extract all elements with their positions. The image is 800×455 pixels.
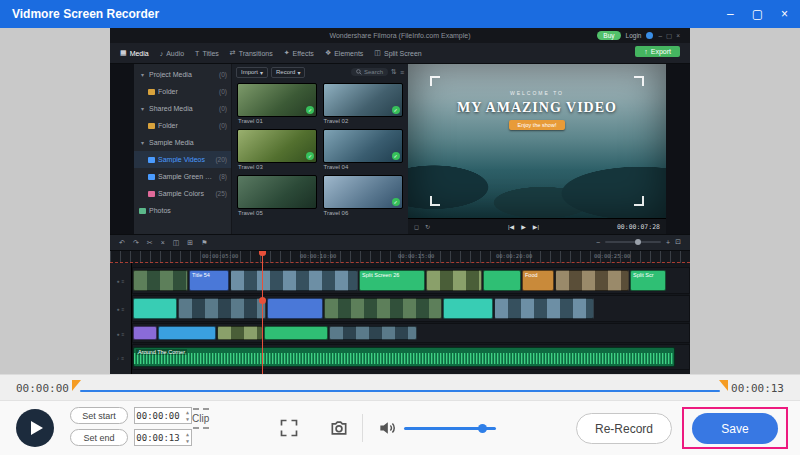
redo-icon: ↷ (133, 239, 139, 247)
filmora-sidebar-item: Sample Colors (25) (134, 185, 231, 202)
filmora-titlebar: Wondershare Filmora (FileInfo.com Exampl… (110, 28, 690, 43)
check-icon: ✓ (392, 106, 400, 114)
timeline-clip (158, 326, 216, 340)
rerecord-button[interactable]: Re-Record (576, 413, 672, 444)
effects-icon: ✦ (284, 49, 290, 57)
scissors-icon: ✂ (147, 239, 153, 247)
timeline-clip (324, 298, 442, 319)
previous-frame-icon: |◀ (508, 223, 514, 230)
timeline-clip (494, 298, 594, 319)
item-count: (0) (219, 105, 227, 112)
bottom-toolbar: Set start 00:00:00 ▲▼ Set end 00:00:13 ▲… (0, 400, 800, 455)
filmora-nav-tab: ♪ Audio (160, 50, 184, 57)
spinner-down-icon[interactable]: ▼ (186, 416, 189, 423)
film-icon (148, 157, 155, 163)
crop-corner-icon (430, 196, 440, 206)
video-track-1: Title 54 Split Screen 26 (132, 267, 690, 294)
timeline-playhead (262, 251, 263, 374)
volume-slider[interactable] (404, 427, 496, 430)
app-titlebar: Vidmore Screen Recorder – ▢ × (0, 0, 800, 28)
app-title: Vidmore Screen Recorder (12, 7, 159, 21)
thumbnail-image: ✓ (323, 83, 403, 117)
spinner-down-icon[interactable]: ▼ (186, 438, 189, 445)
filmora-sidebar-item: Photos (134, 202, 231, 219)
audio-icon: ♪ (160, 50, 164, 57)
minimize-icon[interactable]: – (727, 7, 734, 21)
thumbnail-image: ✓ (323, 175, 403, 209)
filmora-sidebar: ▾ Project Media (0) Folder (0) ▾ (134, 64, 232, 234)
zoom-in-icon: + (666, 239, 670, 246)
filmora-sidebar-item: Folder (0) (134, 83, 231, 100)
filmora-login-link: Login (626, 32, 642, 39)
media-thumbnail: ✓ Travel 05 (237, 175, 317, 216)
filmora-nav-tabs: ▦ Media ♪ Audio T Titles ⇄ (110, 43, 690, 64)
volume-knob[interactable] (478, 424, 487, 433)
chevron-down-icon: ▾ (297, 69, 300, 76)
set-start-button[interactable]: Set start (70, 407, 128, 424)
trim-slider[interactable] (80, 390, 720, 392)
timeline-ruler: 00:00:05:00 00:00:10:00 00:00:15:00 00:0… (110, 251, 690, 263)
volume-button[interactable] (374, 415, 400, 441)
timeline-zoom: − + ⊡ (596, 238, 681, 246)
trim-dash-icon (193, 408, 209, 410)
thumbnail-label: Travel 01 (237, 117, 317, 124)
fullscreen-button[interactable] (276, 415, 302, 441)
crop-corner-icon (634, 76, 644, 86)
set-end-button[interactable]: Set end (70, 429, 128, 446)
filmora-export-button: ↑ Export (635, 46, 680, 57)
thumbnail-image: ✓ (323, 129, 403, 163)
trim-end-time: 00:00:13 (731, 382, 784, 395)
close-icon[interactable]: × (781, 7, 788, 21)
clip-control: Clip (192, 408, 209, 429)
filter-icon: ≡ (400, 69, 404, 76)
zoom-knob (635, 239, 641, 245)
pip-icon: ◫ (173, 239, 180, 247)
timeline-clip (217, 326, 263, 340)
timeline-clip (178, 298, 266, 319)
timecode-label: 00:00:15:00 (398, 253, 434, 259)
track-head-icons: ●≡ (110, 323, 131, 344)
filmora-main: ▾ Project Media (0) Folder (0) ▾ (110, 64, 690, 234)
media-thumbnail: ✓ Travel 06 (323, 175, 403, 216)
filmora-sidebar-item: ▾ Sample Media (134, 134, 231, 151)
chevron-icon: ▾ (139, 106, 146, 112)
zoom-slider (605, 241, 661, 243)
filmora-import-button: Import▾ (236, 67, 268, 78)
thumbnail-image: ✓ (237, 129, 317, 163)
timeline-clip (329, 326, 417, 340)
spinner-up-icon[interactable]: ▲ (186, 409, 189, 416)
trim-start-time: 00:00:00 (16, 382, 69, 395)
chevron-icon: ▾ (139, 140, 146, 146)
screenshot-button[interactable] (326, 415, 352, 441)
play-button[interactable] (16, 409, 54, 447)
filmora-player: WELCOME TO MY AMAZING VIDEO Enjoy the sh… (408, 64, 666, 234)
upload-icon: ↑ (644, 48, 648, 55)
trim-start-handle[interactable] (72, 380, 81, 391)
trim-end-handle[interactable] (719, 380, 728, 391)
media-thumbnail: ✓ Travel 04 (323, 129, 403, 170)
timeline-clip: Split Scr (630, 270, 666, 291)
elements-icon: ❖ (325, 49, 331, 57)
start-time-field[interactable]: 00:00:00 ▲▼ (134, 407, 192, 424)
crop-corner-icon (430, 76, 440, 86)
filmora-buy-button: Buy (597, 31, 620, 40)
timecode-label: 00:00:25:00 (594, 253, 630, 259)
save-button[interactable]: Save (692, 413, 778, 444)
thumbnail-image: ✓ (237, 83, 317, 117)
maximize-icon[interactable]: ▢ (752, 7, 763, 21)
video-pretitle: WELCOME TO (510, 90, 564, 96)
app-window: Vidmore Screen Recorder – ▢ × Wondershar… (0, 0, 800, 455)
filmora-nav-tab: ✦ Effects (284, 49, 314, 57)
spinner-up-icon[interactable]: ▲ (186, 431, 189, 438)
recorded-video-frame: Wondershare Filmora (FileInfo.com Exampl… (110, 28, 690, 374)
folder-icon (148, 123, 155, 129)
window-controls: – ▢ × (727, 7, 788, 21)
filmora-nav-tab: ▦ Media (120, 49, 149, 57)
thumbnail-label: Travel 03 (237, 163, 317, 170)
end-time-field[interactable]: 00:00:13 ▲▼ (134, 429, 192, 446)
crop-corner-icon (634, 196, 644, 206)
filmora-transport-bar: ◻ ↻ |◀ ▶ ▶| 00:00:07:28 (408, 218, 666, 234)
stop-icon: ◻ (414, 223, 419, 230)
filmora-search-input: Search (351, 68, 388, 76)
media-thumbnail: ✓ Travel 02 (323, 83, 403, 124)
